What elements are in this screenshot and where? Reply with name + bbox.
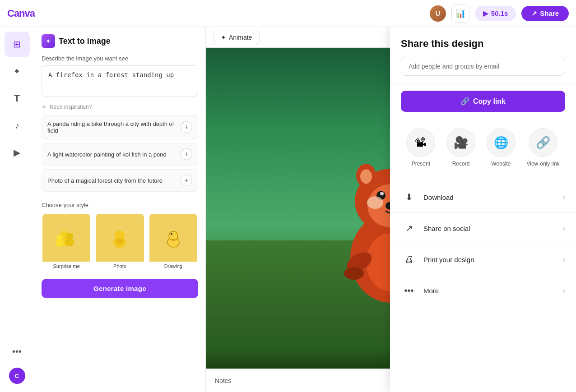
notes-button[interactable]: Notes <box>215 377 232 384</box>
share-action-social[interactable]: ↗ Share on social › <box>390 213 576 244</box>
topbar: Canva U 📊 ▶ 50.1s ↗ Share <box>0 0 576 27</box>
view-only-label: View-only link <box>526 161 559 167</box>
sidebar-item-text[interactable]: T <box>5 86 30 111</box>
view-only-icon: 🔗 <box>536 136 550 150</box>
canva-logo: Canva <box>7 8 35 19</box>
present-icon: 📽 <box>415 136 427 150</box>
elements-icon: ✦ <box>13 66 21 77</box>
sidebar-item-elements[interactable]: ✦ <box>5 59 30 84</box>
style-preview-surprise <box>42 214 90 262</box>
animate-label: Animate <box>229 34 252 41</box>
main-layout: ⊞ ✦ T ♪ ▶ ••• C ✦ Text to image Describe <box>0 27 576 392</box>
suggestion-item-2[interactable]: A light watercolor painting of koi fish … <box>42 143 198 166</box>
social-arrow-icon: › <box>562 224 565 233</box>
play-icon: ▶ <box>483 9 488 18</box>
print-left: 🖨 Print your design <box>401 251 474 267</box>
present-icon-circle: 📽 <box>406 128 435 157</box>
sidebar-item-video[interactable]: ▶ <box>5 140 30 165</box>
share-option-website[interactable]: 🌐 Website <box>487 128 516 167</box>
copy-link-button[interactable]: 🔗 Copy link <box>401 91 565 112</box>
email-input[interactable] <box>409 63 557 70</box>
sidebar-item-music[interactable]: ♪ <box>5 113 30 138</box>
home-icon: ⊞ <box>13 39 21 50</box>
style-item-drawing[interactable]: Drawing <box>149 213 198 272</box>
email-input-wrap <box>401 57 565 76</box>
more-label: More <box>423 287 439 295</box>
generate-button[interactable]: Generate image <box>42 279 198 298</box>
video-icon: ▶ <box>14 147 20 158</box>
text-to-image-icon: ✦ <box>42 34 55 48</box>
share-option-view-only[interactable]: 🔗 View-only link <box>526 128 559 167</box>
analytics-button[interactable]: 📊 <box>451 5 469 23</box>
share-button[interactable]: ↗ Share <box>521 6 569 21</box>
user-avatar[interactable]: U <box>430 5 446 22</box>
sidebar-item-home[interactable]: ⊞ <box>5 32 30 57</box>
sidebar-avatar[interactable]: C <box>9 368 25 384</box>
more-left: ••• More <box>401 282 439 299</box>
svg-point-29 <box>344 267 364 280</box>
share-options-icons: 📽 Present 🎥 Record 🌐 Website <box>390 121 576 178</box>
website-icon-circle: 🌐 <box>487 128 516 157</box>
text-icon: T <box>14 92 20 104</box>
share-panel-title: Share this design <box>401 38 565 50</box>
svg-point-8 <box>116 239 123 244</box>
svg-point-25 <box>367 196 383 209</box>
share-action-print[interactable]: 🖨 Print your design › <box>390 244 576 275</box>
generate-label: Generate image <box>93 285 146 292</box>
sidebar-item-more[interactable]: ••• <box>5 339 30 364</box>
suggestion-add-btn-2[interactable]: + <box>181 148 192 160</box>
share-option-record[interactable]: 🎥 Record <box>446 128 475 167</box>
describe-label: Describe the image you want see <box>42 55 198 62</box>
panel-header: ✦ Text to image <box>42 34 198 48</box>
share-panel: Share this design 🔗 Copy link 📽 Present <box>390 27 576 392</box>
suggestion-item-1[interactable]: A panda riding a bike through a city wit… <box>42 115 198 139</box>
magic-wand-icon: ✦ <box>46 37 51 45</box>
more-dots-icon: ••• <box>12 346 22 357</box>
suggestion-text-3: Photo of a magical forest city from the … <box>47 177 181 184</box>
present-label: Present <box>412 161 430 167</box>
describe-input[interactable]: A firefox in a forest standing up <box>42 65 198 97</box>
download-left: ⬇ Download <box>401 189 454 205</box>
download-icon: ⬇ <box>401 189 417 205</box>
share-social-label: Share on social <box>423 225 470 232</box>
download-label: Download <box>423 194 454 201</box>
more-icon: ••• <box>401 282 417 299</box>
suggestion-add-btn-1[interactable]: + <box>181 121 192 133</box>
record-icon-circle: 🎥 <box>446 128 475 157</box>
style-name-drawing: Drawing <box>149 262 197 271</box>
music-icon: ♪ <box>15 120 19 131</box>
inspiration-header: ✧ Need inspiration? <box>42 103 198 111</box>
website-icon: 🌐 <box>494 136 508 150</box>
share-action-list: ⬇ Download › ↗ Share on social › 🖨 Prin <box>390 178 576 310</box>
style-label: Choose your style <box>42 202 198 208</box>
print-arrow-icon: › <box>562 255 565 264</box>
view-only-icon-circle: 🔗 <box>529 128 557 157</box>
style-grid: Surprise me Photo <box>42 213 198 272</box>
animate-button[interactable]: ✦ Animate <box>213 31 260 44</box>
style-item-photo[interactable]: Photo <box>95 213 144 272</box>
share-action-more[interactable]: ••• More › <box>390 275 576 306</box>
style-name-photo: Photo <box>96 262 144 271</box>
suggestion-item-3[interactable]: Photo of a magical forest city from the … <box>42 169 198 192</box>
svg-point-3 <box>66 233 73 240</box>
sparkle-icon: ✧ <box>42 103 47 111</box>
share-action-download[interactable]: ⬇ Download › <box>390 182 576 213</box>
svg-point-10 <box>169 231 178 240</box>
svg-point-5 <box>56 235 63 241</box>
duration-button[interactable]: ▶ 50.1s <box>475 6 516 21</box>
share-option-present[interactable]: 📽 Present <box>406 128 435 167</box>
suggestion-add-btn-3[interactable]: + <box>181 175 192 186</box>
icon-sidebar: ⊞ ✦ T ♪ ▶ ••• C <box>0 27 34 392</box>
canvas-area: ✦ Animate <box>206 27 576 392</box>
download-arrow-icon: › <box>562 193 565 202</box>
inspiration-label: Need inspiration? <box>50 104 92 110</box>
suggestion-text-2: A light watercolor painting of koi fish … <box>47 151 181 158</box>
copy-link-label: Copy link <box>473 97 506 106</box>
style-item-surprise[interactable]: Surprise me <box>42 213 91 272</box>
website-label: Website <box>491 161 511 167</box>
share-panel-header: Share this design <box>390 27 576 83</box>
left-panel: ✦ Text to image Describe the image you w… <box>34 27 206 392</box>
style-name-surprise: Surprise me <box>42 262 90 271</box>
record-label: Record <box>452 161 470 167</box>
style-preview-drawing <box>149 214 197 262</box>
